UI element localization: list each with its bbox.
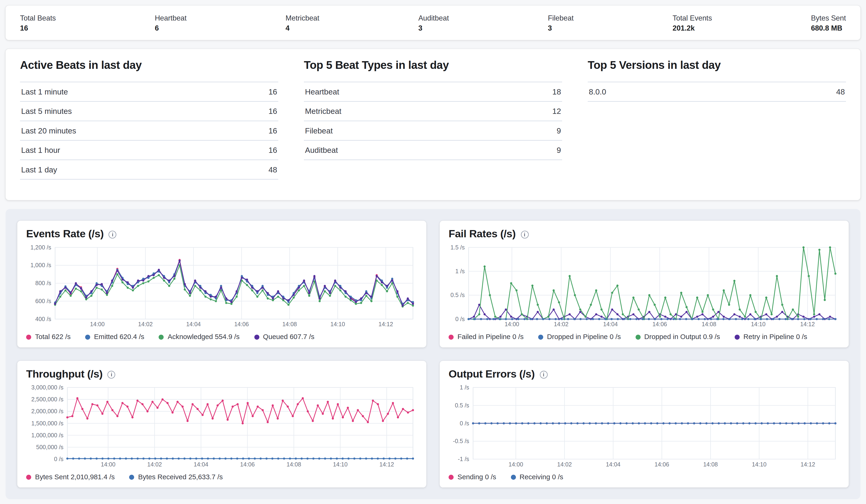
info-icon[interactable] bbox=[108, 371, 115, 378]
svg-text:14:12: 14:12 bbox=[800, 321, 815, 328]
svg-text:1.5 /s: 1.5 /s bbox=[451, 244, 465, 250]
list-row-last-1-hour: Last 1 hour 16 bbox=[20, 141, 278, 160]
svg-text:2,000,000 /s: 2,000,000 /s bbox=[31, 408, 64, 414]
svg-text:14:04: 14:04 bbox=[606, 461, 621, 468]
info-icon[interactable] bbox=[521, 231, 529, 239]
chart-svg: 1,200 /s1,000 /s800 /s600 /s400 /s14:001… bbox=[26, 244, 418, 328]
legend-dot bbox=[254, 334, 259, 339]
list-row-last-20-minutes: Last 20 minutes 16 bbox=[20, 121, 278, 140]
metric-bytes-sent: Bytes Sent 680.8 MB bbox=[811, 13, 846, 32]
legend-label: Bytes Sent 2,010,981.4 /s bbox=[35, 473, 115, 481]
throughput-legend: Bytes Sent 2,010,981.4 /s Bytes Received… bbox=[26, 473, 418, 481]
svg-text:14:02: 14:02 bbox=[147, 461, 162, 468]
svg-text:14:06: 14:06 bbox=[234, 321, 249, 328]
legend-item-queued[interactable]: Queued 607.7 /s bbox=[254, 333, 314, 341]
versions-list: Top 5 Versions in last day 8.0.0 48 bbox=[588, 59, 846, 187]
chart-svg: 1.5 /s1 /s0.5 /s0 /s14:0014:0214:0414:06… bbox=[448, 244, 840, 328]
beat-lists-card: Active Beats in last day Last 1 minute 1… bbox=[5, 49, 861, 200]
svg-text:1 /s: 1 /s bbox=[455, 268, 465, 274]
svg-text:-1 /s: -1 /s bbox=[458, 456, 469, 462]
list-row-last-1-minute: Last 1 minute 16 bbox=[20, 82, 278, 102]
metric-metricbeat: Metricbeat 4 bbox=[286, 13, 319, 32]
beat-types-title: Top 5 Beat Types in last day bbox=[304, 59, 562, 72]
output-errors-card: Output Errors (/s) 1 /s0.5 /s0 /s-0.5 /s… bbox=[440, 361, 849, 488]
beat-types-rows: Heartbeat 18 Metricbeat 12 Filebeat 9 Au… bbox=[304, 82, 562, 160]
legend-item-bytes-sent[interactable]: Bytes Sent 2,010,981.4 /s bbox=[26, 473, 115, 481]
throughput-card: Throughput (/s) 3,000,000 /s2,500,000 /s… bbox=[17, 361, 426, 488]
throughput-title: Throughput (/s) bbox=[26, 368, 102, 380]
info-icon[interactable] bbox=[109, 231, 116, 239]
svg-text:1,200 /s: 1,200 /s bbox=[30, 244, 51, 250]
svg-text:14:04: 14:04 bbox=[186, 321, 201, 328]
svg-text:14:08: 14:08 bbox=[702, 321, 717, 328]
legend-item-failed-in-pipeline[interactable]: Failed in Pipeline 0 /s bbox=[448, 333, 523, 341]
legend-dot bbox=[26, 474, 31, 479]
legend-item-emitted[interactable]: Emitted 620.4 /s bbox=[85, 333, 144, 341]
row-value: 9 bbox=[557, 126, 561, 135]
output-errors-legend: Sending 0 /s Receiving 0 /s bbox=[448, 473, 840, 481]
list-row-filebeat: Filebeat 9 bbox=[304, 121, 562, 140]
chart-svg: 3,000,000 /s2,500,000 /s2,000,000 /s1,50… bbox=[26, 385, 418, 468]
legend-dot bbox=[448, 334, 453, 339]
events-rate-title: Events Rate (/s) bbox=[26, 228, 104, 240]
events-rate-card: Events Rate (/s) 1,200 /s1,000 /s800 /s6… bbox=[17, 221, 426, 347]
output-errors-chart[interactable]: 1 /s0.5 /s0 /s-0.5 /s-1 /s14:0014:0214:0… bbox=[448, 385, 840, 468]
svg-text:14:08: 14:08 bbox=[703, 461, 718, 468]
fail-rates-chart[interactable]: 1.5 /s1 /s0.5 /s0 /s14:0014:0214:0414:06… bbox=[448, 244, 840, 328]
legend-label: Retry in Pipeline 0 /s bbox=[743, 333, 807, 341]
legend-item-total[interactable]: Total 622 /s bbox=[26, 333, 70, 341]
row-value: 48 bbox=[268, 165, 277, 174]
metric-value: 6 bbox=[155, 24, 187, 32]
row-label: 8.0.0 bbox=[589, 87, 606, 96]
legend-dot bbox=[734, 334, 740, 339]
metric-label: Bytes Sent bbox=[811, 13, 846, 22]
versions-title: Top 5 Versions in last day bbox=[588, 59, 846, 72]
svg-text:14:10: 14:10 bbox=[751, 321, 766, 328]
svg-text:14:12: 14:12 bbox=[379, 461, 394, 468]
row-value: 48 bbox=[836, 87, 845, 96]
row-label: Last 5 minutes bbox=[21, 107, 72, 115]
events-rate-chart[interactable]: 1,200 /s1,000 /s800 /s600 /s400 /s14:001… bbox=[26, 244, 418, 328]
fail-rates-card: Fail Rates (/s) 1.5 /s1 /s0.5 /s0 /s14:0… bbox=[440, 221, 849, 347]
svg-text:0.5 /s: 0.5 /s bbox=[455, 402, 469, 409]
svg-text:14:10: 14:10 bbox=[752, 461, 766, 468]
beats-monitoring-dashboard: Total Beats 16 Heartbeat 6 Metricbeat 4 … bbox=[0, 0, 866, 504]
svg-text:0 /s: 0 /s bbox=[460, 420, 469, 426]
legend-item-dropped-in-output[interactable]: Dropped in Output 0.9 /s bbox=[635, 333, 720, 341]
legend-item-sending[interactable]: Sending 0 /s bbox=[448, 473, 496, 481]
legend-label: Dropped in Pipeline 0 /s bbox=[547, 333, 621, 341]
svg-text:14:02: 14:02 bbox=[557, 461, 572, 468]
legend-item-retry-in-pipeline[interactable]: Retry in Pipeline 0 /s bbox=[734, 333, 807, 341]
svg-text:400 /s: 400 /s bbox=[35, 316, 51, 322]
svg-text:14:06: 14:06 bbox=[655, 461, 669, 468]
svg-text:800 /s: 800 /s bbox=[35, 280, 51, 286]
svg-text:14:02: 14:02 bbox=[554, 321, 569, 328]
svg-text:1,000,000 /s: 1,000,000 /s bbox=[31, 432, 64, 438]
row-label: Last 1 day bbox=[21, 165, 57, 174]
svg-text:14:08: 14:08 bbox=[282, 321, 297, 328]
versions-rows: 8.0.0 48 bbox=[588, 82, 846, 102]
svg-text:14:12: 14:12 bbox=[801, 461, 815, 468]
chart-title-row: Fail Rates (/s) bbox=[448, 228, 840, 240]
svg-text:3,000,000 /s: 3,000,000 /s bbox=[31, 385, 64, 391]
legend-item-receiving[interactable]: Receiving 0 /s bbox=[511, 473, 563, 481]
row-label: Last 1 minute bbox=[21, 87, 68, 96]
legend-dot bbox=[159, 334, 164, 339]
svg-text:14:06: 14:06 bbox=[653, 321, 667, 328]
svg-text:14:04: 14:04 bbox=[603, 321, 618, 328]
legend-dot bbox=[511, 474, 515, 479]
list-row-metricbeat: Metricbeat 12 bbox=[304, 102, 562, 121]
metric-value: 3 bbox=[419, 24, 449, 32]
info-icon[interactable] bbox=[540, 371, 547, 378]
metric-label: Heartbeat bbox=[155, 13, 187, 22]
legend-item-dropped-in-pipeline[interactable]: Dropped in Pipeline 0 /s bbox=[538, 333, 621, 341]
svg-text:1,000 /s: 1,000 /s bbox=[30, 262, 51, 268]
svg-text:14:00: 14:00 bbox=[509, 461, 523, 468]
svg-text:14:00: 14:00 bbox=[504, 321, 519, 328]
svg-text:14:12: 14:12 bbox=[378, 321, 393, 328]
row-label: Auditbeat bbox=[305, 146, 338, 154]
legend-dot bbox=[448, 474, 453, 479]
legend-item-bytes-received[interactable]: Bytes Received 25,633.7 /s bbox=[129, 473, 223, 481]
throughput-chart[interactable]: 3,000,000 /s2,500,000 /s2,000,000 /s1,50… bbox=[26, 385, 418, 468]
legend-item-acknowledged[interactable]: Acknowledged 554.9 /s bbox=[159, 333, 240, 341]
